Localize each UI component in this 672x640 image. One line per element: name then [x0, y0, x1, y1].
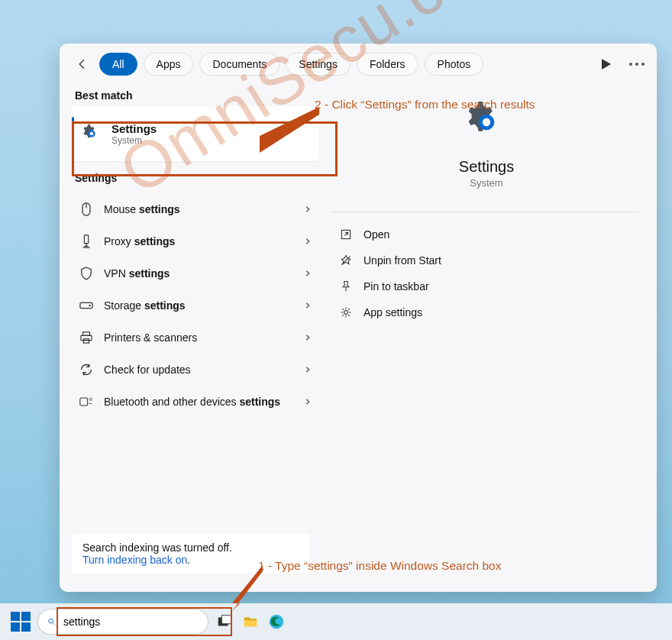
play-icon[interactable]	[597, 55, 615, 73]
more-options-button[interactable]	[629, 63, 645, 66]
printer-icon	[79, 331, 93, 344]
svg-point-15	[344, 311, 348, 315]
filter-tab-all[interactable]: All	[99, 53, 137, 76]
settings-result-mouse[interactable]: Mouse settings	[72, 193, 319, 225]
bluetooth-icon	[79, 396, 93, 408]
chevron-right-icon	[304, 238, 312, 245]
start-button[interactable]	[11, 612, 31, 632]
settings-section-heading: Settings	[75, 172, 319, 184]
settings-gear-icon	[81, 123, 102, 144]
action-label: Unpin from Start	[363, 254, 441, 267]
svg-point-11	[89, 398, 92, 400]
settings-result-bluetooth[interactable]: Bluetooth and other devices settings	[72, 386, 319, 418]
proxy-icon	[79, 234, 93, 248]
result-label: Bluetooth and other devices settings	[104, 396, 293, 408]
svg-marker-22	[260, 107, 319, 153]
task-view-icon[interactable]	[215, 613, 234, 631]
best-match-subtitle: System	[111, 135, 157, 146]
mouse-icon	[79, 202, 93, 216]
svg-point-16	[49, 619, 53, 623]
filter-tab-settings[interactable]: Settings	[286, 53, 351, 76]
result-label: Storage settings	[104, 299, 293, 312]
action-label: App settings	[363, 306, 422, 318]
preview-subtitle: System	[470, 177, 502, 189]
annotation-arrow-1	[232, 565, 263, 611]
back-button[interactable]	[72, 53, 93, 75]
svg-rect-7	[83, 332, 90, 335]
action-label: Pin to taskbar	[363, 280, 429, 293]
result-label: Proxy settings	[104, 235, 293, 247]
filter-tab-documents[interactable]: Documents	[199, 53, 279, 76]
preview-pane: Settings System OpenUnpin from StartPin …	[319, 79, 657, 584]
action-pin[interactable]: Pin to taskbar	[333, 273, 640, 299]
chevron-right-icon	[304, 398, 312, 406]
file-explorer-icon[interactable]	[241, 613, 260, 631]
result-label: VPN settings	[104, 267, 293, 280]
action-unpin[interactable]: Unpin from Start	[333, 247, 640, 273]
preview-title: Settings	[459, 158, 514, 176]
divider	[333, 212, 640, 212]
action-open[interactable]: Open	[333, 221, 640, 247]
settings-result-storage[interactable]: Storage settings	[72, 289, 319, 322]
search-header: All Apps Documents Settings Folders Phot…	[60, 44, 657, 79]
update-icon	[79, 363, 93, 377]
chevron-right-icon	[304, 334, 312, 341]
taskbar-search-input[interactable]	[62, 615, 199, 629]
unpin-icon	[339, 254, 353, 267]
storage-icon	[79, 301, 93, 310]
vpn-icon	[79, 267, 93, 280]
svg-line-17	[53, 622, 54, 624]
action-label: Open	[363, 228, 389, 241]
open-icon	[339, 228, 353, 241]
svg-rect-8	[81, 335, 92, 340]
svg-marker-21	[232, 565, 263, 611]
tip-text: Search indexing was turned off.	[82, 541, 299, 554]
svg-point-6	[89, 305, 90, 306]
search-icon	[47, 616, 56, 628]
turn-indexing-on-link[interactable]: Turn indexing back on	[82, 554, 187, 566]
action-appsettings[interactable]: App settings	[333, 299, 640, 325]
annotation-step-1: 1 - Type “settings” inside Windows Searc…	[258, 559, 501, 573]
appsettings-icon	[339, 306, 353, 318]
result-label: Printers & scanners	[104, 331, 293, 344]
taskbar-search-box[interactable]	[38, 609, 208, 634]
svg-rect-4	[84, 235, 88, 244]
settings-result-proxy[interactable]: Proxy settings	[72, 225, 319, 257]
best-match-heading: Best match	[75, 89, 319, 102]
filter-tab-apps[interactable]: Apps	[144, 53, 194, 76]
search-panel: All Apps Documents Settings Folders Phot…	[60, 44, 657, 592]
chevron-right-icon	[304, 302, 312, 309]
result-label: Mouse settings	[104, 203, 293, 215]
settings-result-vpn[interactable]: VPN settings	[72, 257, 319, 289]
svg-rect-19	[221, 616, 231, 624]
annotation-step-2: 2 - Click “Settings” from the search res…	[315, 98, 535, 112]
result-label: Check for updates	[104, 364, 293, 376]
best-match-title: Settings	[111, 122, 157, 135]
svg-rect-10	[80, 398, 88, 406]
taskbar	[0, 603, 672, 640]
edge-icon[interactable]	[267, 613, 286, 631]
chevron-right-icon	[304, 270, 312, 277]
results-column: Best match Settings System Settings Mous…	[60, 79, 319, 584]
filter-tab-folders[interactable]: Folders	[357, 53, 418, 76]
pin-icon	[339, 280, 353, 293]
svg-rect-9	[83, 339, 89, 343]
settings-result-printer[interactable]: Printers & scanners	[72, 322, 319, 354]
filter-tab-photos[interactable]: Photos	[425, 53, 484, 76]
chevron-right-icon	[304, 366, 312, 373]
chevron-right-icon	[304, 205, 312, 213]
settings-result-update[interactable]: Check for updates	[72, 354, 319, 386]
annotation-arrow-2	[260, 107, 319, 153]
